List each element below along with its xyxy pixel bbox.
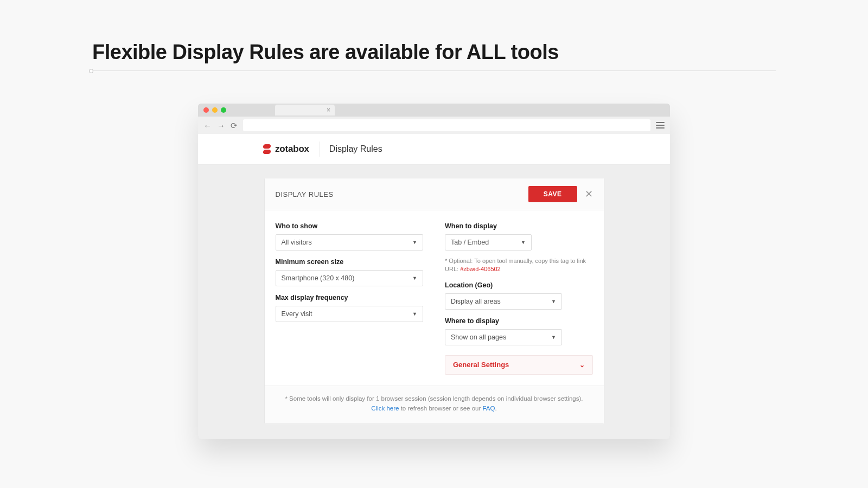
browser-toolbar: ← → ⟳ <box>198 117 670 134</box>
work-area: DISPLAY RULES SAVE ✕ Who to show All vis… <box>198 165 670 439</box>
where-to-display-value: Show on all pages <box>451 333 506 341</box>
refresh-link[interactable]: Click here <box>371 405 399 412</box>
location-geo-select[interactable]: Display all areas ▼ <box>445 293 562 310</box>
chevron-down-icon: ▼ <box>412 240 417 245</box>
tab-close-icon[interactable]: × <box>327 106 330 114</box>
window-close-dot[interactable] <box>203 107 209 113</box>
location-geo-value: Display all areas <box>451 298 501 305</box>
who-to-show-select[interactable]: All visitors ▼ <box>276 234 424 251</box>
chevron-down-icon: ▼ <box>551 299 556 304</box>
when-to-display-value: Tab / Embed <box>451 239 489 246</box>
card-header: DISPLAY RULES SAVE ✕ <box>265 178 604 210</box>
card-footer: * Some tools will only display for 1 bro… <box>265 386 604 423</box>
where-to-display-label: Where to display <box>445 317 593 325</box>
footer-note: * Some tools will only display for 1 bro… <box>278 394 591 403</box>
card-title: DISPLAY RULES <box>276 190 334 198</box>
who-to-show-value: All visitors <box>282 239 312 246</box>
hamburger-icon[interactable] <box>656 122 665 129</box>
general-settings-accordion[interactable]: General Settings ⌄ <box>445 355 593 375</box>
general-settings-label: General Settings <box>453 361 509 369</box>
brand-logo[interactable]: zotabox <box>262 144 309 155</box>
chevron-down-icon: ▼ <box>412 311 417 317</box>
min-screen-size-value: Smartphone (320 x 480) <box>282 274 355 282</box>
back-icon[interactable]: ← <box>203 121 212 130</box>
window-zoom-dot[interactable] <box>221 107 226 113</box>
page-title: Display Rules <box>329 144 382 154</box>
browser-tabbar: × <box>198 104 670 117</box>
min-screen-size-select[interactable]: Smartphone (320 x 480) ▼ <box>276 270 424 286</box>
max-display-frequency-select[interactable]: Every visit ▼ <box>276 306 424 322</box>
footer-end-text: . <box>495 405 497 412</box>
chevron-down-icon: ⌄ <box>579 361 585 369</box>
max-display-frequency-value: Every visit <box>282 310 312 318</box>
chevron-down-icon: ▼ <box>521 240 526 245</box>
when-to-display-label: When to display <box>445 222 593 230</box>
who-to-show-label: Who to show <box>276 222 424 230</box>
manual-open-hint: * Optional: To open tool manually, copy … <box>445 257 593 274</box>
window-minimize-dot[interactable] <box>212 107 218 113</box>
max-display-frequency-label: Max display frequency <box>276 294 424 301</box>
browser-window: × ← → ⟳ zotabox Display Rules DISPLAY RU… <box>198 104 670 439</box>
location-geo-label: Location (Geo) <box>445 281 593 289</box>
display-rules-card: DISPLAY RULES SAVE ✕ Who to show All vis… <box>264 178 604 424</box>
save-button[interactable]: SAVE <box>528 186 577 202</box>
right-column: When to display Tab / Embed ▼ * Optional… <box>445 219 593 375</box>
browser-tab[interactable]: × <box>275 105 335 115</box>
min-screen-size-label: Minimum screen size <box>276 258 424 266</box>
close-icon[interactable]: ✕ <box>585 188 593 200</box>
address-bar[interactable] <box>243 119 650 131</box>
footer-mid-text: to refresh browser or see our <box>399 405 482 412</box>
when-to-display-select[interactable]: Tab / Embed ▼ <box>445 234 532 251</box>
where-to-display-select[interactable]: Show on all pages ▼ <box>445 329 562 345</box>
app-header: zotabox Display Rules <box>198 134 670 165</box>
forward-icon[interactable]: → <box>217 121 225 130</box>
faq-link[interactable]: FAQ <box>482 405 495 412</box>
left-column: Who to show All visitors ▼ Minimum scree… <box>276 219 424 375</box>
headline-underline <box>92 70 776 71</box>
header-divider <box>319 142 320 157</box>
brand-name: zotabox <box>275 144 309 155</box>
manual-open-tag: #zbwid-406502 <box>460 266 501 272</box>
page-headline: Flexible Display Rules are available for… <box>92 41 776 64</box>
chevron-down-icon: ▼ <box>551 335 556 340</box>
brand-mark-icon <box>262 144 272 154</box>
reload-icon[interactable]: ⟳ <box>231 121 238 130</box>
chevron-down-icon: ▼ <box>412 275 417 281</box>
window-traffic-lights <box>203 107 226 113</box>
